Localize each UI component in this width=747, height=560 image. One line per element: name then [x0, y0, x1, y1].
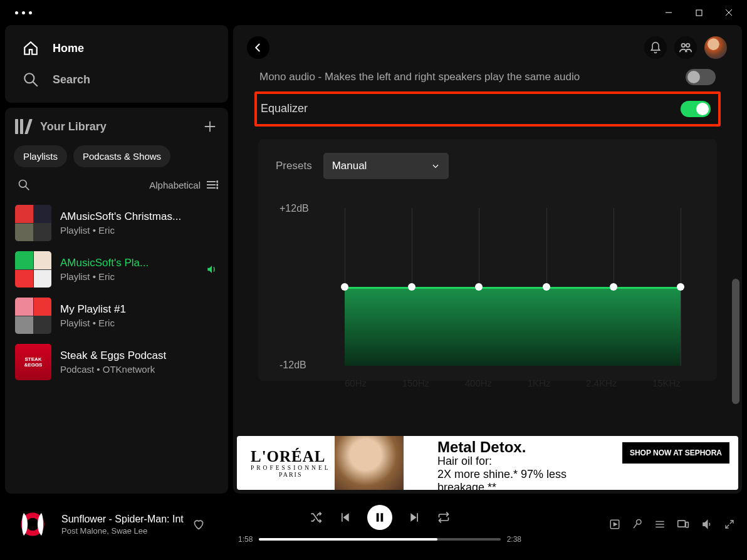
shuffle-button[interactable] — [310, 511, 322, 524]
window-close[interactable] — [714, 3, 743, 22]
duration-label: 2:38 — [507, 535, 521, 544]
mono-audio-label: Mono audio - Makes the left and right sp… — [259, 69, 580, 85]
queue-icon — [654, 519, 666, 530]
ad-banner[interactable]: L'ORÉAL PROFESSIONNEL PARIS Metal Detox.… — [237, 436, 738, 490]
nav-home-label: Home — [53, 42, 84, 55]
equalizer-highlight: Equalizer — [254, 91, 721, 127]
library-item[interactable]: AMusicSoft's Pla... Playlist • Eric — [11, 246, 222, 293]
playlist-artwork — [15, 205, 51, 241]
like-button[interactable] — [192, 518, 205, 531]
library-item[interactable]: AMusicSoft's Christmas... Playlist • Eri… — [11, 200, 222, 246]
queue-button[interactable] — [654, 519, 666, 530]
nav-search[interactable]: Search — [10, 64, 223, 95]
library-item-name: Steak & Eggs Podcast — [60, 350, 218, 362]
library-title: Your Library — [40, 120, 107, 133]
svg-rect-18 — [377, 513, 379, 522]
devices-icon — [677, 519, 689, 530]
svg-point-13 — [217, 181, 218, 182]
svg-point-17 — [686, 44, 690, 48]
mono-audio-toggle[interactable] — [686, 69, 716, 85]
next-button[interactable] — [409, 511, 421, 524]
equalizer-panel: Presets Manual +12dB -12dB — [258, 139, 717, 381]
profile-button[interactable] — [704, 36, 727, 59]
create-button[interactable] — [203, 120, 217, 133]
connect-device-button[interactable] — [677, 519, 689, 530]
library-item-sub: Playlist • Eric — [60, 318, 218, 328]
svg-line-30 — [726, 525, 729, 528]
playlist-artwork — [15, 298, 51, 334]
window-minimize[interactable] — [654, 3, 683, 22]
microphone-icon — [632, 519, 643, 530]
previous-button[interactable] — [338, 511, 351, 524]
eq-gain-bottom: -12dB — [279, 360, 306, 371]
ellipsis-icon — [15, 11, 32, 14]
library-item[interactable]: STEAK&EGGS Steak & Eggs Podcast Podcast … — [11, 339, 222, 385]
shuffle-icon — [310, 511, 322, 524]
scrollbar[interactable] — [732, 279, 739, 404]
library-item-name: My Playlist #1 — [60, 303, 218, 316]
heart-icon — [192, 518, 205, 531]
pause-icon — [374, 512, 385, 523]
now-playing-title[interactable]: Sunflower - Spider-Man: Int — [61, 514, 184, 525]
library-item-name: AMusicSoft's Christmas... — [60, 210, 218, 223]
ad-copy: Metal Detox. Hair oil for: 2X more shine… — [431, 436, 622, 490]
window-maximize[interactable] — [684, 3, 713, 22]
now-playing-icon — [609, 519, 620, 530]
eq-slider-15khz[interactable] — [677, 283, 684, 291]
library-search[interactable] — [18, 179, 30, 191]
whats-new-button[interactable] — [644, 36, 667, 59]
equalizer-chart[interactable]: +12dB -12dB — [276, 199, 699, 375]
expand-icon — [724, 519, 734, 529]
titlebar — [0, 0, 747, 25]
svg-line-5 — [33, 81, 38, 86]
filter-chip-playlists[interactable]: Playlists — [14, 145, 67, 167]
ad-cta-button[interactable]: SHOP NOW AT SEPHORA — [622, 442, 729, 464]
presets-label: Presets — [276, 160, 312, 172]
window-controls — [654, 3, 743, 22]
nav-search-label: Search — [53, 73, 90, 86]
svg-line-29 — [730, 521, 733, 524]
fullscreen-button[interactable] — [724, 519, 734, 529]
library-panel: Your Library Playlists Podcasts & Shows … — [5, 108, 228, 494]
filter-chip-podcasts[interactable]: Podcasts & Shows — [73, 145, 170, 167]
eq-slider-1khz[interactable] — [543, 283, 550, 291]
friend-activity-button[interactable] — [674, 36, 697, 59]
home-icon — [23, 40, 39, 56]
equalizer-toggle[interactable] — [681, 101, 711, 117]
friends-icon — [679, 41, 692, 54]
volume-icon — [701, 519, 713, 530]
lyrics-button[interactable] — [632, 519, 643, 530]
repeat-icon — [437, 511, 450, 524]
library-icon — [15, 119, 30, 134]
previous-icon — [338, 511, 351, 524]
now-playing-artwork[interactable] — [13, 504, 53, 544]
svg-point-15 — [217, 187, 218, 189]
repeat-button[interactable] — [437, 511, 450, 524]
nav-home[interactable]: Home — [10, 33, 223, 64]
eq-slider-2.4khz[interactable] — [610, 283, 617, 291]
playlist-artwork — [15, 251, 51, 288]
app-menu[interactable] — [15, 11, 32, 14]
library-item[interactable]: My Playlist #1 Playlist • Eric — [11, 293, 222, 339]
svg-point-4 — [24, 73, 34, 83]
svg-point-22 — [637, 520, 642, 525]
library-item-sub: Playlist • Eric — [60, 271, 197, 282]
svg-point-14 — [217, 184, 218, 185]
library-toggle[interactable]: Your Library — [15, 119, 107, 134]
svg-rect-27 — [678, 521, 686, 527]
svg-rect-1 — [696, 10, 702, 16]
progress-bar[interactable] — [259, 538, 500, 541]
back-button[interactable] — [247, 36, 269, 59]
ad-brand-logo: L'ORÉAL PROFESSIONNEL PARIS — [251, 448, 331, 478]
play-pause-button[interactable] — [367, 505, 392, 530]
list-icon — [207, 180, 218, 189]
nav-panel: Home Search — [5, 25, 228, 103]
now-playing-view-button[interactable] — [609, 519, 620, 530]
chevron-left-icon — [253, 42, 264, 53]
now-playing-artist[interactable]: Post Malone, Swae Lee — [61, 526, 184, 536]
library-item-sub: Playlist • Eric — [60, 225, 218, 236]
svg-rect-19 — [381, 513, 384, 522]
mute-button[interactable] — [701, 519, 713, 530]
presets-dropdown[interactable]: Manual — [323, 153, 449, 179]
library-sort[interactable]: Alphabetical — [149, 180, 218, 190]
